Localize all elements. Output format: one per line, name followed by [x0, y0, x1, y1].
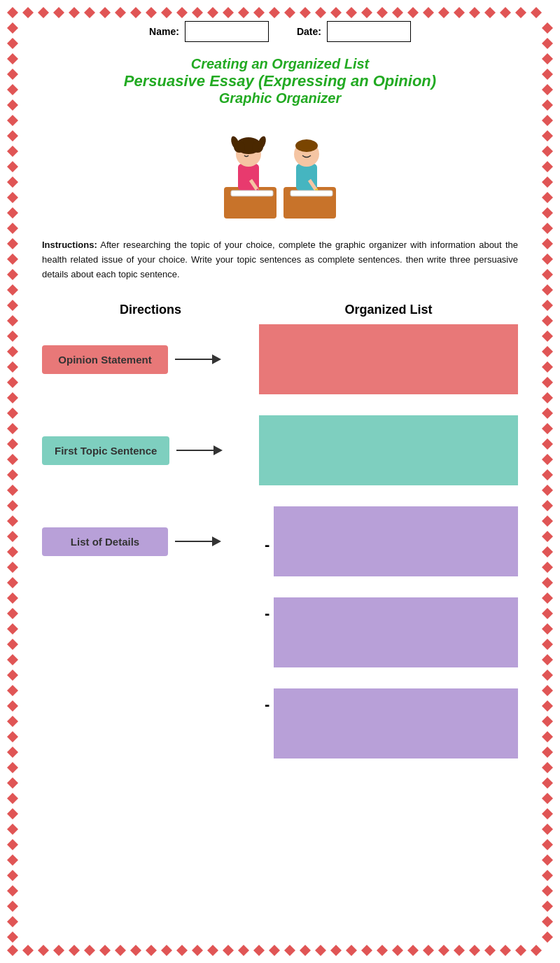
- svg-marker-22: [346, 7, 357, 18]
- svg-marker-30: [469, 7, 480, 18]
- svg-marker-162: [542, 515, 553, 527]
- svg-marker-43: [130, 945, 141, 956]
- svg-marker-145: [542, 254, 553, 265]
- svg-point-204: [295, 139, 318, 152]
- svg-marker-71: [7, 38, 18, 49]
- svg-marker-28: [438, 7, 449, 18]
- name-input[interactable]: [185, 21, 269, 42]
- svg-marker-53: [284, 945, 295, 956]
- svg-marker-93: [7, 377, 18, 388]
- svg-marker-81: [7, 192, 18, 203]
- svg-marker-86: [7, 269, 18, 280]
- svg-marker-100: [7, 485, 18, 496]
- svg-marker-108: [7, 608, 18, 619]
- svg-marker-2: [38, 7, 49, 18]
- svg-marker-49: [223, 945, 234, 956]
- svg-marker-121: [7, 808, 18, 819]
- svg-marker-58: [361, 945, 372, 956]
- detail-input-box-3[interactable]: [274, 688, 518, 758]
- svg-marker-33: [515, 7, 526, 18]
- svg-marker-54: [300, 945, 311, 956]
- first-topic-input-box[interactable]: [259, 415, 518, 485]
- detail-bullet-2: -: [259, 597, 274, 623]
- svg-marker-165: [542, 562, 553, 573]
- instructions-text: Instructions: After researching the topi…: [42, 238, 518, 282]
- svg-marker-179: [542, 777, 553, 789]
- opinion-input-box[interactable]: [259, 324, 518, 394]
- svg-marker-5: [84, 7, 95, 18]
- svg-marker-107: [7, 593, 18, 604]
- svg-marker-213: [212, 536, 221, 546]
- svg-marker-55: [315, 945, 326, 956]
- svg-marker-115: [7, 716, 18, 727]
- first-topic-direction-col: First Topic Sentence: [42, 436, 259, 465]
- svg-marker-133: [542, 69, 553, 80]
- svg-marker-42: [115, 945, 126, 956]
- svg-marker-40: [84, 945, 95, 956]
- svg-marker-14: [223, 7, 234, 18]
- detail-input-col-2: [274, 597, 518, 667]
- svg-marker-152: [542, 361, 553, 373]
- svg-marker-8: [130, 7, 141, 18]
- svg-marker-75: [7, 99, 18, 111]
- svg-marker-95: [7, 408, 18, 419]
- svg-marker-163: [542, 531, 553, 542]
- svg-marker-87: [7, 284, 18, 296]
- svg-marker-109: [7, 623, 18, 635]
- svg-marker-90: [7, 331, 18, 342]
- name-group: Name:: [149, 21, 269, 42]
- svg-marker-156: [542, 423, 553, 434]
- svg-marker-128: [7, 916, 18, 927]
- svg-marker-113: [7, 685, 18, 696]
- date-input[interactable]: [327, 21, 411, 42]
- svg-marker-142: [542, 207, 553, 219]
- first-topic-row: First Topic Sentence: [42, 415, 518, 485]
- svg-marker-27: [423, 7, 434, 18]
- svg-marker-3: [53, 7, 64, 18]
- svg-marker-188: [542, 916, 553, 927]
- opinion-statement-row: Opinion Statement: [42, 324, 518, 394]
- svg-marker-116: [7, 731, 18, 742]
- svg-marker-119: [7, 777, 18, 789]
- svg-marker-168: [542, 608, 553, 619]
- svg-marker-154: [542, 392, 553, 403]
- svg-marker-110: [7, 639, 18, 650]
- list-details-direction-col: List of Details: [42, 527, 259, 556]
- svg-marker-57: [346, 945, 357, 956]
- svg-marker-167: [542, 593, 553, 604]
- svg-marker-12: [192, 7, 203, 18]
- svg-marker-180: [542, 793, 553, 804]
- svg-marker-21: [330, 7, 342, 18]
- svg-marker-182: [542, 824, 553, 835]
- svg-marker-45: [161, 945, 172, 956]
- svg-marker-38: [53, 945, 64, 956]
- svg-marker-66: [484, 945, 496, 956]
- svg-marker-51: [253, 945, 265, 956]
- detail-input-col-3: [274, 688, 518, 758]
- svg-marker-166: [542, 577, 553, 588]
- illustration: [42, 120, 518, 226]
- date-group: Date:: [297, 21, 411, 42]
- dash-3: -: [259, 695, 270, 714]
- svg-marker-111: [7, 654, 18, 665]
- svg-marker-187: [542, 901, 553, 912]
- svg-marker-50: [238, 945, 249, 956]
- svg-marker-129: [7, 931, 18, 943]
- svg-marker-183: [542, 839, 553, 850]
- svg-marker-85: [7, 254, 18, 265]
- svg-marker-114: [7, 700, 18, 712]
- svg-marker-48: [207, 945, 218, 956]
- svg-marker-209: [212, 354, 221, 364]
- svg-marker-158: [542, 454, 553, 465]
- svg-marker-176: [542, 731, 553, 742]
- svg-marker-60: [392, 945, 403, 956]
- svg-marker-151: [542, 346, 553, 357]
- svg-marker-161: [542, 500, 553, 511]
- svg-marker-13: [207, 7, 218, 18]
- detail-input-box-2[interactable]: [274, 597, 518, 667]
- svg-marker-65: [469, 945, 480, 956]
- list-details-row: List of Details -: [42, 506, 518, 576]
- list-details-input-box-1[interactable]: [274, 506, 518, 576]
- svg-marker-92: [7, 361, 18, 373]
- svg-marker-0: [7, 7, 18, 18]
